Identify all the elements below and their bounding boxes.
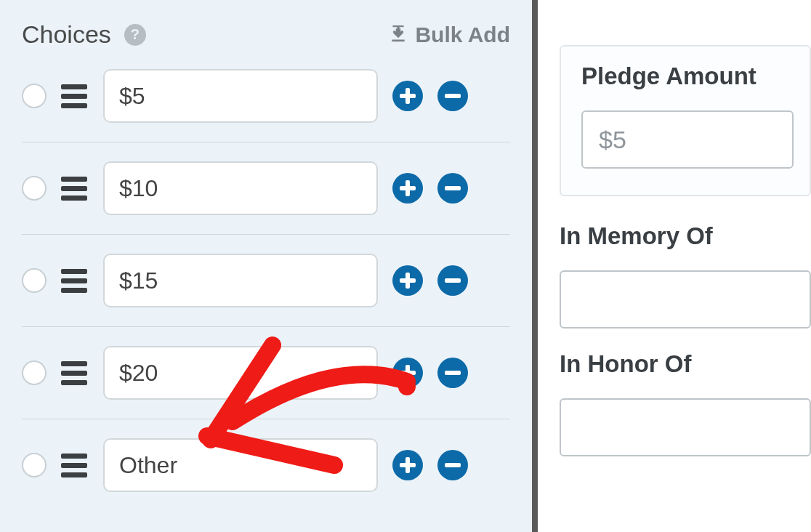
drag-handle-icon[interactable] bbox=[61, 361, 87, 385]
download-icon bbox=[389, 25, 408, 44]
add-choice-button[interactable] bbox=[392, 81, 423, 111]
svg-rect-0 bbox=[392, 39, 405, 41]
in-memory-of-label: In Memory Of bbox=[560, 222, 811, 250]
choice-value-input[interactable] bbox=[103, 69, 378, 123]
minus-icon bbox=[445, 278, 461, 283]
plus-icon bbox=[400, 88, 416, 104]
minus-icon bbox=[445, 463, 461, 467]
plus-icon bbox=[400, 273, 416, 289]
pledge-amount-value: $5 bbox=[599, 126, 626, 154]
minus-icon bbox=[445, 371, 461, 375]
in-honor-of-input[interactable] bbox=[560, 398, 811, 456]
minus-icon bbox=[445, 94, 461, 98]
remove-choice-button[interactable] bbox=[437, 450, 468, 480]
bulk-add-label: Bulk Add bbox=[415, 23, 510, 47]
help-icon[interactable]: ? bbox=[124, 24, 146, 46]
choice-row bbox=[22, 234, 510, 326]
in-memory-of-input[interactable] bbox=[560, 270, 811, 329]
add-choice-button[interactable] bbox=[392, 358, 423, 388]
minus-icon bbox=[445, 186, 461, 190]
choice-row bbox=[22, 142, 510, 234]
choice-value-input[interactable] bbox=[103, 438, 378, 492]
choice-value-input[interactable] bbox=[103, 254, 378, 307]
choices-title: Choices bbox=[22, 20, 111, 49]
choice-list bbox=[22, 66, 510, 511]
drag-handle-icon[interactable] bbox=[61, 84, 87, 108]
add-choice-button[interactable] bbox=[392, 450, 423, 480]
remove-choice-button[interactable] bbox=[437, 81, 468, 111]
choice-row bbox=[22, 326, 510, 419]
in-honor-of-field: In Honor Of bbox=[560, 350, 811, 456]
default-radio[interactable] bbox=[22, 453, 47, 477]
drag-handle-icon[interactable] bbox=[61, 454, 87, 477]
drag-handle-icon[interactable] bbox=[61, 177, 87, 201]
pledge-amount-select[interactable]: $5 bbox=[581, 110, 794, 169]
add-choice-button[interactable] bbox=[392, 265, 423, 296]
choices-header: Choices ? Bulk Add bbox=[22, 20, 510, 49]
add-choice-button[interactable] bbox=[392, 173, 423, 203]
choices-editor-panel: Choices ? Bulk Add bbox=[0, 0, 538, 532]
default-radio[interactable] bbox=[22, 360, 47, 385]
choice-row bbox=[22, 66, 510, 142]
choice-row bbox=[22, 419, 510, 511]
plus-icon bbox=[400, 365, 416, 381]
in-memory-of-field: In Memory Of bbox=[560, 222, 811, 329]
remove-choice-button[interactable] bbox=[437, 173, 468, 203]
choice-value-input[interactable] bbox=[103, 161, 378, 215]
remove-choice-button[interactable] bbox=[437, 265, 468, 296]
choice-value-input[interactable] bbox=[103, 346, 378, 400]
plus-icon bbox=[400, 457, 416, 473]
default-radio[interactable] bbox=[22, 268, 47, 293]
default-radio[interactable] bbox=[22, 84, 47, 108]
in-honor-of-label: In Honor Of bbox=[560, 350, 811, 378]
pledge-amount-label: Pledge Amount bbox=[581, 63, 794, 90]
default-radio[interactable] bbox=[22, 176, 47, 201]
drag-handle-icon[interactable] bbox=[61, 269, 87, 293]
pledge-amount-field: Pledge Amount $5 bbox=[560, 45, 811, 196]
bulk-add-button[interactable]: Bulk Add bbox=[389, 23, 510, 47]
plus-icon bbox=[400, 180, 416, 196]
form-preview-panel: Pledge Amount $5 In Memory Of In Honor O… bbox=[538, 0, 811, 532]
remove-choice-button[interactable] bbox=[437, 358, 468, 388]
